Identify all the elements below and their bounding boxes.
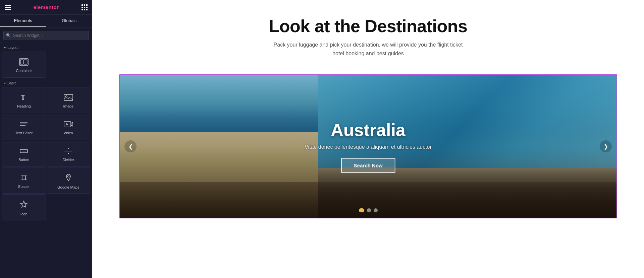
tab-globals[interactable]: Globals — [46, 15, 93, 27]
divider-label: Divider — [63, 158, 74, 162]
container-label: Container — [16, 69, 32, 73]
destinations-subtitle-line1: Pack your luggage and pick your destinat… — [119, 41, 617, 49]
icon-widget-icon — [19, 200, 28, 210]
svg-marker-15 — [68, 153, 69, 154]
widget-heading[interactable]: T Heading — [2, 87, 46, 113]
widget-text-editor[interactable]: Text Editor — [2, 114, 46, 140]
widget-container[interactable]: Container — [2, 52, 46, 78]
button-label: Button — [18, 158, 29, 162]
svg-rect-1 — [20, 60, 23, 64]
svg-rect-16 — [22, 176, 25, 180]
widget-spacer[interactable]: Spacer — [2, 167, 46, 194]
divider-icon — [64, 147, 73, 156]
slide-content: Australia Vitae donec pellentesque a ali… — [219, 120, 517, 173]
destinations-slider: ❮ ❯ Australia Vitae donec pellentesque a… — [119, 74, 617, 218]
image-icon — [64, 94, 73, 102]
slide-description: Vitae donec pellentesque a aliquam et ul… — [219, 144, 517, 150]
chevron-down-icon: ▾ — [4, 46, 6, 50]
svg-marker-14 — [68, 148, 69, 149]
svg-point-19 — [67, 176, 69, 177]
slider-dot-3[interactable] — [374, 208, 378, 212]
spacer-label: Spacer — [18, 185, 30, 189]
sidebar-tabs: Elements Globals — [0, 15, 92, 27]
search-input[interactable] — [3, 31, 89, 40]
icon-label: Icon — [20, 212, 28, 216]
sidebar-header: elementor — [0, 0, 92, 15]
widget-search-container: 🔍 — [3, 31, 89, 40]
basic-widget-grid: T Heading Image — [0, 87, 92, 220]
basic-section-label[interactable]: ▾ Basic — [0, 78, 92, 87]
widget-google-maps[interactable]: Google Maps — [47, 167, 91, 194]
layout-section-label[interactable]: ▾ Layout — [0, 42, 92, 52]
google-maps-icon — [64, 173, 73, 183]
heading-label: Heading — [17, 104, 31, 108]
widget-image[interactable]: Image — [47, 87, 91, 113]
spacer-icon — [19, 174, 28, 183]
widget-icon[interactable]: Icon — [2, 194, 46, 220]
svg-text:T: T — [21, 94, 25, 101]
sidebar-content: ▾ Layout Container ▾ Basic — [0, 42, 92, 278]
destinations-subtitle-line2: hotel booking and best guides — [119, 49, 617, 58]
image-label: Image — [63, 104, 73, 108]
text-editor-label: Text Editor — [15, 131, 33, 135]
destinations-title: Look at the Destinations — [119, 17, 617, 36]
slider-prev-button[interactable]: ❮ — [124, 140, 137, 152]
svg-marker-10 — [66, 123, 68, 125]
collapse-sidebar-handle[interactable]: ‹ — [92, 132, 92, 146]
slider-dot-2[interactable] — [367, 208, 371, 212]
hamburger-menu-icon[interactable] — [5, 5, 11, 10]
button-icon — [19, 147, 29, 156]
video-label: Video — [64, 131, 73, 135]
grid-icon[interactable] — [82, 4, 88, 10]
elementor-logo: elementor — [33, 4, 59, 10]
layout-widget-grid: Container — [0, 52, 92, 78]
main-canvas: Look at the Destinations Pack your lugga… — [92, 0, 644, 278]
widget-button[interactable]: Button — [2, 141, 46, 167]
slide-title: Australia — [219, 120, 517, 140]
heading-icon: T — [19, 94, 28, 102]
destinations-section: Look at the Destinations Pack your lugga… — [92, 17, 644, 68]
slider-dot-1[interactable] — [359, 208, 364, 212]
search-icon: 🔍 — [6, 33, 11, 38]
widget-video[interactable]: Video — [47, 114, 91, 140]
slider-dots — [359, 208, 378, 212]
video-icon — [64, 121, 73, 129]
canvas-content: Look at the Destinations Pack your lugga… — [92, 0, 644, 278]
google-maps-label: Google Maps — [57, 185, 79, 189]
slider-next-button[interactable]: ❯ — [600, 140, 612, 152]
widget-divider[interactable]: Divider — [47, 141, 91, 167]
svg-marker-20 — [20, 201, 27, 207]
sidebar: elementor Elements Globals 🔍 ▾ Layout — [0, 0, 92, 278]
tab-elements[interactable]: Elements — [0, 15, 46, 27]
svg-rect-4 — [64, 94, 73, 100]
svg-rect-2 — [24, 60, 27, 64]
chevron-down-icon-basic: ▾ — [4, 81, 6, 85]
search-now-button[interactable]: Search Now — [341, 158, 395, 173]
text-editor-icon — [19, 121, 28, 129]
container-icon — [19, 58, 29, 67]
